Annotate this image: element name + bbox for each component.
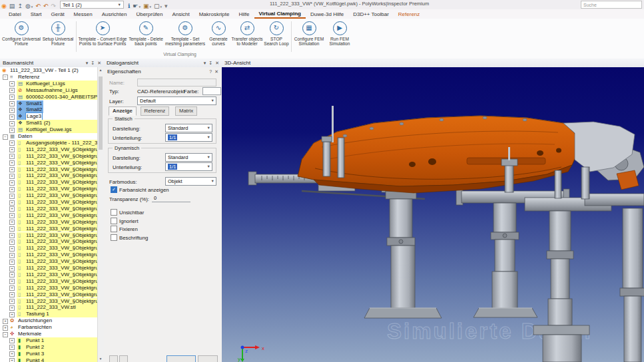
- tree-row-ausrichtungen[interactable]: +✿Ausrichtungen: [0, 317, 98, 324]
- tree-row-111-222-333-vw-objektgruppe-18[interactable]: +▯111_222_333_VW_§Objektgruppe 18§_: [0, 219, 98, 226]
- tree-row-600062-0001-340-arbeitsplatte-[interactable]: +▤600062-0001-340_ARBEITSPLATTE_700: [0, 94, 98, 100]
- expand-icon[interactable]: +: [9, 187, 15, 192]
- pin-icon[interactable]: ↧: [91, 59, 95, 67]
- tree-row-111-222-333-vw-objektgruppe-13[interactable]: +▯111_222_333_VW_§Objektgruppe 13§_: [0, 186, 98, 192]
- tree-row-111-222-333-vw-objektgruppe-17[interactable]: +▯111_222_333_VW_§Objektgruppe 17§_: [0, 212, 98, 219]
- import-icon[interactable]: ↥: [17, 3, 23, 9]
- menu-item-ausrichten[interactable]: Ausrichten: [97, 9, 132, 19]
- unterteilung-select[interactable]: 1/1 ▼: [165, 133, 212, 142]
- expand-icon[interactable]: +: [9, 345, 15, 350]
- undo-branch-icon[interactable]: ↶: [43, 3, 49, 9]
- expand-icon[interactable]: +: [9, 233, 15, 238]
- save-icon[interactable]: ▤: [9, 3, 15, 9]
- ribbon-button-generate-curves[interactable]: ∿Generate curves: [206, 20, 231, 47]
- help-icon[interactable]: ?: [209, 67, 212, 76]
- tree-row-111-222-333-vw-objektgruppe-22[interactable]: +▯111_222_333_VW_§Objektgruppe 22§_: [0, 245, 98, 252]
- probe-info-icon[interactable]: ℹ: [128, 3, 130, 9]
- transparenz-input[interactable]: 0: [152, 195, 190, 202]
- expand-icon[interactable]: +: [9, 101, 15, 106]
- probe-hand-icon[interactable]: ☛▾: [133, 3, 141, 9]
- workspace-options-icon[interactable]: ◍▾: [25, 3, 33, 9]
- expand-icon[interactable]: +: [9, 121, 15, 126]
- lock-icon[interactable]: ▣▾: [143, 3, 151, 9]
- tree-row-111-222-333-vw-objektgruppe-10[interactable]: +▯111_222_333_VW_§Objektgruppe 10§_: [0, 172, 98, 179]
- more-icon[interactable]: ▾: [164, 3, 168, 9]
- expand-icon[interactable]: +: [9, 246, 15, 252]
- menu-item-messen[interactable]: Messen: [69, 9, 97, 19]
- ignoriert-checkbox[interactable]: [111, 218, 117, 224]
- footer-button[interactable]: [109, 355, 118, 362]
- search-input[interactable]: [581, 1, 642, 9]
- menu-item-virtual-clamping[interactable]: Virtual Clamping: [254, 9, 306, 19]
- expand-icon[interactable]: +: [9, 108, 15, 113]
- expand-icon[interactable]: +: [9, 292, 15, 297]
- tree-row-small2[interactable]: +❖Small2: [0, 106, 98, 113]
- expand-icon[interactable]: +: [9, 299, 15, 304]
- farbmodus-select[interactable]: Objekt ▼: [165, 177, 216, 186]
- expand-icon[interactable]: +: [9, 81, 15, 87]
- unterteilung-select[interactable]: 1/1 ▼: [165, 162, 212, 171]
- redo-icon[interactable]: ↷: [51, 3, 56, 9]
- expand-icon[interactable]: +: [9, 351, 15, 357]
- tree-row-ausgangsobjekte-111-222-333-vw[interactable]: +▯Ausgangsobjekte - 111_222_333_VW.s: [0, 140, 98, 146]
- expand-icon[interactable]: +: [9, 154, 15, 159]
- expand-icon[interactable]: +: [9, 305, 15, 311]
- ribbon-button-template-set-meshing-parameters[interactable]: ⚙Template - Set meshing parameters: [164, 20, 206, 47]
- tree-row-referenz[interactable]: −⌗Referenz: [0, 74, 98, 81]
- close-button[interactable]: [198, 355, 218, 362]
- expand-icon[interactable]: +: [9, 160, 15, 166]
- tree-row-messaufnahme-li-igs[interactable]: +⊘Messaufnahme_Li.igs: [0, 87, 98, 94]
- tree-row-daten[interactable]: −▦Daten: [0, 133, 98, 140]
- tree-row-111-222-333-vw-objektgruppe-9-[interactable]: +▯111_222_333_VW_§Objektgruppe 9§_9: [0, 166, 98, 173]
- beschriftung-checkbox[interactable]: [111, 234, 117, 241]
- expand-icon[interactable]: +: [9, 338, 15, 343]
- part-selector-combo[interactable]: Teil 1 (2) ▼: [60, 1, 124, 9]
- tree-row-111-222-333-vw-objektgruppe-7-[interactable]: +▯111_222_333_VW_§Objektgruppe 7§_9: [0, 153, 98, 160]
- tree-row-111-222-333-vw-objektgruppe-23[interactable]: +▯111_222_333_VW_§Objektgruppe 23§_: [0, 252, 98, 258]
- expand-icon[interactable]: +: [9, 213, 15, 218]
- expand-icon[interactable]: +: [9, 285, 15, 291]
- panel-menu-icon[interactable]: ▾: [86, 59, 89, 67]
- expand-icon[interactable]: +: [9, 194, 15, 199]
- tree-row-111-222-333-vw-objektgruppe-8-[interactable]: +▯111_222_333_VW_§Objektgruppe 8§_9: [0, 160, 98, 166]
- 3d-viewport[interactable]: Simulierte Daten: [222, 67, 644, 362]
- ribbon-button-template-convert-edge-points-to-surface-[interactable]: ➤Template - Convert Edge Points to Surfa…: [78, 20, 127, 47]
- scroll-up-icon[interactable]: ▲: [98, 67, 103, 73]
- expand-icon[interactable]: +: [9, 180, 15, 186]
- expand-icon[interactable]: +: [9, 220, 15, 225]
- expand-icon[interactable]: +: [3, 325, 8, 331]
- menu-item-makroskripte[interactable]: Makroskripte: [194, 9, 234, 19]
- tree-row-111-222-333-vw-objektgruppe-29[interactable]: +▯111_222_333_VW_§Objektgruppe 29§_: [0, 298, 98, 305]
- expand-icon[interactable]: +: [9, 94, 15, 100]
- expand-icon[interactable]: +: [3, 319, 8, 324]
- collapse-icon[interactable]: −: [3, 332, 8, 337]
- menu-item-start[interactable]: Start: [26, 9, 47, 19]
- tree-row-punkt-4[interactable]: +▮Punkt 4: [0, 357, 98, 362]
- apply-button[interactable]: [166, 355, 196, 362]
- expand-icon[interactable]: +: [9, 114, 15, 120]
- tree-row-111-222-333-vw-objektgruppe-6-[interactable]: +▯111_222_333_VW_§Objektgruppe 6§_9: [0, 146, 98, 153]
- close-icon[interactable]: ✕: [215, 59, 219, 67]
- tree-row-small1[interactable]: +❖Small1: [0, 100, 98, 107]
- polyworks-logo-icon[interactable]: ◉: [1, 3, 7, 9]
- expand-icon[interactable]: +: [9, 200, 15, 206]
- tab-anzeige[interactable]: Anzeige: [109, 106, 137, 116]
- tree-row-small1-2-[interactable]: +❖Small1 (2): [0, 120, 98, 126]
- ribbon-button-template-delete-back-points[interactable]: ✎Template - Delete back points: [127, 20, 164, 47]
- collapse-icon[interactable]: −: [3, 134, 8, 140]
- footer-button[interactable]: [119, 355, 128, 362]
- tree-row-111-222-333-vw-objektgruppe-16[interactable]: +▯111_222_333_VW_§Objektgruppe 16§_: [0, 206, 98, 212]
- menu-item-hilfe[interactable]: Hilfe: [234, 9, 254, 19]
- expand-icon[interactable]: +: [9, 253, 15, 258]
- tree-row-111-222-333-vw-objektgruppe-19[interactable]: +▯111_222_333_VW_§Objektgruppe 19§_: [0, 226, 98, 232]
- tree-row-111-222-333-vw-teil-1-2-[interactable]: ◉111_222_333_VW - Teil 1 (2): [0, 67, 98, 74]
- tree-row-111-222-333-vw-objektgruppe-21[interactable]: +▯111_222_333_VW_§Objektgruppe 21§_: [0, 238, 98, 245]
- tree-row-tastung-1[interactable]: +▯Tastung 1: [0, 311, 98, 317]
- farbansicht-checkbox[interactable]: ✓: [111, 186, 117, 193]
- panel-menu-icon[interactable]: ▾: [204, 59, 206, 67]
- scroll-down-icon[interactable]: ▼: [98, 356, 103, 362]
- fixieren-checkbox[interactable]: [111, 226, 117, 232]
- expand-icon[interactable]: +: [9, 128, 15, 133]
- tree-row-111-222-333-vw-objektgruppe-12[interactable]: +▯111_222_333_VW_§Objektgruppe 12§_: [0, 179, 98, 186]
- display-icon[interactable]: ▢▾: [154, 3, 162, 9]
